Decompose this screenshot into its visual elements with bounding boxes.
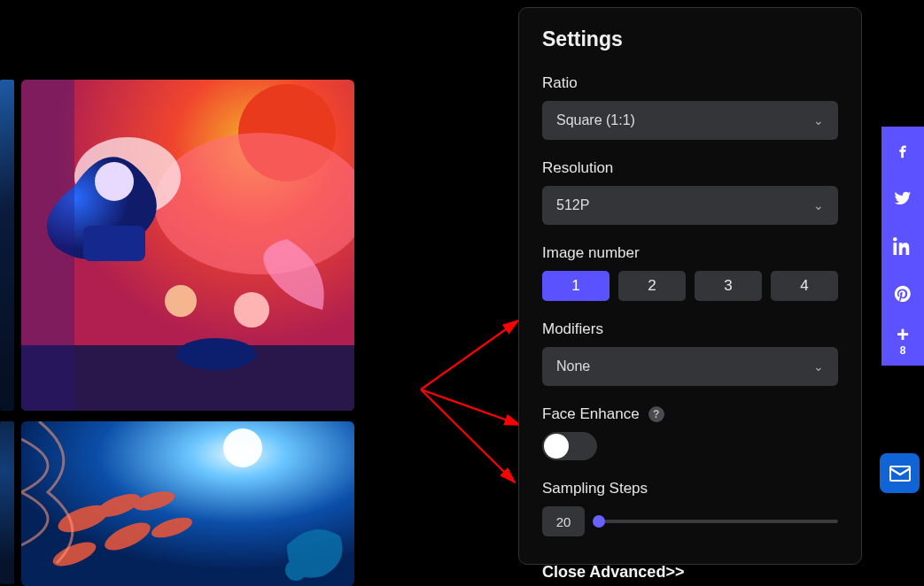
chevron-down-icon: ⌄ xyxy=(813,113,824,127)
svg-point-9 xyxy=(234,292,269,328)
svg-line-22 xyxy=(421,389,515,482)
pinterest-icon xyxy=(893,284,912,304)
svg-point-18 xyxy=(308,544,337,573)
sampling-steps-label: Sampling Steps xyxy=(542,480,838,497)
gallery-thumb-sliver-1 xyxy=(0,80,14,411)
gallery-thumb-sliver-2 xyxy=(0,421,14,584)
slider-handle[interactable] xyxy=(593,515,605,528)
svg-line-21 xyxy=(421,389,520,425)
svg-point-7 xyxy=(176,338,256,370)
svg-point-8 xyxy=(165,285,197,317)
mail-button[interactable] xyxy=(880,453,920,493)
svg-point-4 xyxy=(95,162,134,201)
plus-icon: + xyxy=(897,327,909,343)
help-icon[interactable]: ? xyxy=(648,406,664,422)
svg-line-20 xyxy=(421,320,518,389)
image-gallery xyxy=(0,0,372,586)
gallery-image-1[interactable] xyxy=(21,80,354,411)
image-number-option-2[interactable]: 2 xyxy=(618,271,686,301)
sampling-steps-slider[interactable] xyxy=(599,520,838,523)
svg-point-11 xyxy=(223,428,262,467)
modifiers-value: None xyxy=(556,359,590,374)
facebook-icon xyxy=(893,141,912,160)
gallery-image-2[interactable] xyxy=(21,421,354,586)
social-share-bar: + 8 xyxy=(881,127,924,366)
svg-point-19 xyxy=(285,559,307,581)
share-linkedin[interactable] xyxy=(881,222,924,270)
chevron-down-icon: ⌄ xyxy=(813,198,824,212)
resolution-label: Resolution xyxy=(542,159,838,177)
image-number-group: 1 2 3 4 xyxy=(542,271,838,301)
ratio-value: Square (1:1) xyxy=(556,112,635,128)
twitter-icon xyxy=(893,189,912,208)
modifiers-select[interactable]: None ⌄ xyxy=(542,347,838,386)
image-number-option-4[interactable]: 4 xyxy=(771,271,838,301)
svg-rect-5 xyxy=(83,226,145,261)
settings-panel: Settings Ratio Square (1:1) ⌄ Resolution… xyxy=(518,7,862,565)
linkedin-icon xyxy=(893,236,912,256)
chevron-down-icon: ⌄ xyxy=(813,359,824,374)
share-pinterest[interactable] xyxy=(881,270,924,318)
sampling-steps-value: 20 xyxy=(542,506,585,536)
toggle-knob xyxy=(544,434,569,459)
share-count: 8 xyxy=(900,344,906,357)
image-number-label: Image number xyxy=(542,244,838,262)
mail-icon xyxy=(889,466,911,482)
modifiers-label: Modifiers xyxy=(542,320,838,338)
face-enhance-label: Face Enhance xyxy=(542,405,640,423)
share-facebook[interactable] xyxy=(881,127,924,174)
close-advanced-link[interactable]: Close Advanced>> xyxy=(542,563,838,582)
settings-title: Settings xyxy=(542,27,838,51)
share-more[interactable]: + 8 xyxy=(881,318,924,366)
resolution-value: 512P xyxy=(556,197,589,213)
share-twitter[interactable] xyxy=(881,174,924,222)
image-number-option-3[interactable]: 3 xyxy=(695,271,762,301)
image-number-option-1[interactable]: 1 xyxy=(542,271,610,301)
ratio-select[interactable]: Square (1:1) ⌄ xyxy=(542,101,838,140)
sampling-steps-row: 20 xyxy=(542,506,838,536)
resolution-select[interactable]: 512P ⌄ xyxy=(542,186,838,225)
ratio-label: Ratio xyxy=(542,74,838,92)
face-enhance-toggle[interactable] xyxy=(542,432,597,460)
